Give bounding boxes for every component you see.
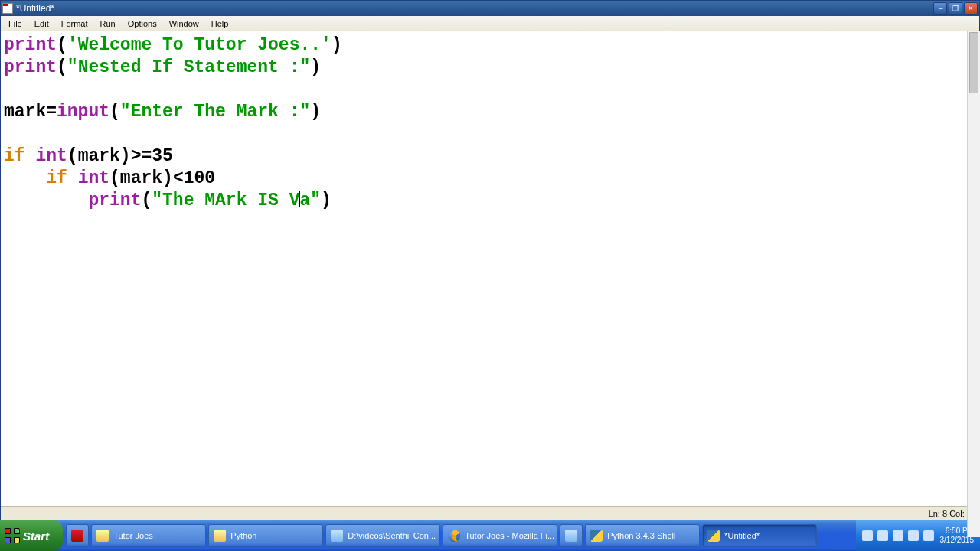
volume-icon[interactable] <box>893 530 903 541</box>
text-cursor <box>299 191 300 207</box>
shield-icon[interactable] <box>923 530 934 541</box>
menu-run[interactable]: Run <box>94 18 122 30</box>
menu-format[interactable]: Format <box>55 18 94 30</box>
python-file-icon <box>2 3 13 14</box>
menu-options[interactable]: Options <box>122 18 163 30</box>
status-bar: Ln: 8 Col: 29 <box>1 506 979 520</box>
menu-edit[interactable]: Edit <box>28 18 55 30</box>
minimize-button[interactable]: ━ <box>933 2 947 15</box>
task-firefox[interactable]: Tutor Joes - Mozilla Fi... <box>443 524 557 547</box>
window-title: *Untitled* <box>16 3 54 14</box>
windows-logo-icon <box>5 528 20 543</box>
task-videos-folder[interactable]: D:\videos\Senthil Con... <box>325 524 440 547</box>
task-tutor-joes[interactable]: Tutor Joes <box>91 524 206 547</box>
task-unknown[interactable] <box>560 524 583 547</box>
menu-bar: File Edit Format Run Options Window Help <box>1 16 979 31</box>
menu-window[interactable]: Window <box>163 18 205 30</box>
folder-icon <box>214 530 226 542</box>
task-python-shell[interactable]: Python 3.4.3 Shell <box>585 524 700 547</box>
firefox-icon <box>448 530 460 542</box>
menu-help[interactable]: Help <box>205 18 235 30</box>
task-python[interactable]: Python <box>208 524 323 547</box>
title-bar[interactable]: *Untitled* ━ ❐ ✕ <box>1 1 979 16</box>
tray-icon[interactable] <box>862 530 873 541</box>
idle-editor-window: *Untitled* ━ ❐ ✕ File Edit Format Run Op… <box>0 0 980 520</box>
close-button[interactable]: ✕ <box>964 2 978 15</box>
folder-icon <box>96 530 109 542</box>
maximize-button[interactable]: ❐ <box>949 2 962 15</box>
code-editor[interactable]: print('Welcome To Tutor Joes..') print("… <box>1 31 979 506</box>
vertical-scrollbar[interactable] <box>967 31 980 537</box>
menu-file[interactable]: File <box>2 18 28 30</box>
adobe-reader-icon <box>71 530 83 542</box>
task-buttons: Tutor Joes Python D:\videos\Senthil Con.… <box>63 520 855 551</box>
scroll-thumb[interactable] <box>969 32 978 93</box>
task-untitled-editor[interactable]: *Untitled* <box>702 524 817 547</box>
system-tray[interactable]: 6:50 PM 3/12/2015 <box>856 520 981 551</box>
network-icon[interactable] <box>908 530 919 541</box>
explorer-icon <box>331 530 343 542</box>
quicklaunch-adobe[interactable] <box>66 524 89 547</box>
start-button[interactable]: Start <box>0 520 63 551</box>
safely-remove-icon[interactable] <box>877 530 888 541</box>
start-label: Start <box>23 530 49 543</box>
editor-content: print('Welcome To Tutor Joes..') print("… <box>4 34 978 212</box>
windows-taskbar: Start Tutor Joes Python D:\videos\Senthi… <box>0 520 980 551</box>
python-icon <box>590 530 603 542</box>
python-icon <box>707 530 720 542</box>
app-icon <box>565 530 577 542</box>
